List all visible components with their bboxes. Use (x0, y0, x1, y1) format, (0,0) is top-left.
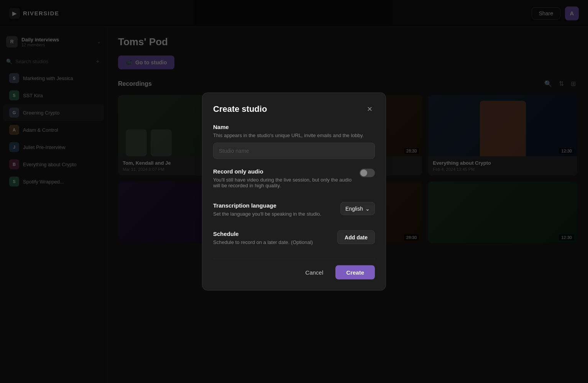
name-description: This appears in the studio's unique URL,… (213, 133, 375, 138)
schedule-row: Schedule Schedule to record on a later d… (213, 231, 375, 250)
name-section: Name This appears in the studio's unique… (213, 124, 375, 159)
schedule-text: Schedule Schedule to record on a later d… (213, 231, 331, 250)
schedule-description: Schedule to record on a later date. (Opt… (213, 239, 331, 245)
language-dropdown[interactable]: English ⌄ (340, 202, 375, 215)
language-select-row: Transcription language Set the language … (213, 202, 375, 221)
transcription-label: Transcription language (213, 202, 334, 209)
studio-name-input[interactable] (213, 143, 375, 159)
create-studio-modal: Create studio ✕ Name This appears in the… (202, 93, 386, 291)
cancel-button[interactable]: Cancel (298, 265, 331, 280)
modal-footer: Cancel Create (213, 259, 375, 280)
add-date-button[interactable]: Add date (337, 231, 375, 244)
audio-label: Record only audio (213, 168, 353, 175)
schedule-section: Schedule Schedule to record on a later d… (213, 231, 375, 250)
language-value: English (345, 206, 363, 212)
name-label: Name (213, 124, 375, 130)
audio-toggle-text: Record only audio You'll still have vide… (213, 168, 353, 193)
transcription-description: Set the language you'll be speaking in t… (213, 211, 334, 217)
transcription-section: Transcription language Set the language … (213, 202, 375, 221)
modal-close-button[interactable]: ✕ (364, 104, 375, 115)
audio-toggle-switch[interactable] (360, 169, 375, 177)
audio-section: Record only audio You'll still have vide… (213, 168, 375, 193)
audio-toggle-row: Record only audio You'll still have vide… (213, 168, 375, 193)
create-button[interactable]: Create (335, 265, 375, 280)
modal-header: Create studio ✕ (213, 104, 375, 115)
modal-title: Create studio (213, 104, 267, 114)
language-select-text: Transcription language Set the language … (213, 202, 334, 221)
audio-description: You'll still have video during the live … (213, 177, 353, 188)
schedule-label: Schedule (213, 231, 331, 237)
chevron-down-icon: ⌄ (365, 206, 370, 212)
